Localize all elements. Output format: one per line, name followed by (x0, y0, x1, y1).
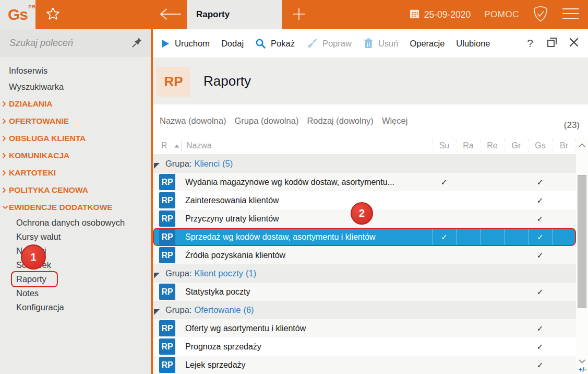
report-type-icon: RP (159, 247, 175, 263)
check-cell-gs: ✓ (528, 173, 552, 191)
logo-pro-label: PRO (29, 5, 41, 9)
column-header-br[interactable]: Br (552, 139, 576, 153)
check-cell-br (552, 229, 576, 245)
group-row-ofertowanie[interactable]: Grupa:Ofertowanie(6) (153, 301, 576, 319)
group-row-klienci[interactable]: Grupa:Klienci(5) (153, 155, 576, 173)
scroll-down-button[interactable] (579, 356, 585, 366)
sort-ascending-icon (174, 137, 179, 155)
report-row[interactable]: RP Prognoza sprzedaży ✓ (153, 337, 576, 356)
chevron-down-icon (2, 198, 8, 216)
sidebar-item-label: EWIDENCJE DODATKOWE (9, 203, 113, 212)
restore-window-button[interactable] (543, 34, 561, 52)
filter-więcej[interactable]: Więcej (382, 116, 408, 126)
security-shield-button[interactable] (533, 5, 548, 25)
toolbar-uruchom-button[interactable]: Uruchom (155, 33, 215, 54)
back-arrow-icon (158, 7, 182, 23)
trash-icon (363, 38, 374, 49)
group-name: Klienci (194, 159, 220, 169)
filter-nazwa-dowolna[interactable]: Nazwa (dowolna) (160, 116, 226, 126)
annotation-step-2: 2 (351, 202, 373, 225)
check-cell-re (480, 319, 504, 337)
column-header-ra[interactable]: Ra (456, 139, 480, 153)
check-cell-gr (504, 283, 528, 301)
tab-raporty[interactable]: Raporty (187, 0, 282, 29)
date-selector[interactable]: 25-09-2020 (409, 8, 471, 21)
search-input[interactable] (0, 29, 125, 57)
scroll-up-button[interactable] (579, 140, 585, 149)
column-header-nazwa[interactable]: Nazwa (181, 139, 212, 152)
report-row[interactable]: RP Statystyka poczty ✓ (153, 283, 576, 301)
toolbar-usuń-button[interactable]: Usuń (357, 33, 404, 54)
filter-grupa-dowolna[interactable]: Grupa (dowolna) (234, 116, 298, 126)
toolbar-dodaj-button[interactable]: Dodaj (215, 33, 249, 54)
main-menu-button[interactable] (562, 7, 580, 22)
group-row-klient-poczty[interactable]: Grupa:Klient poczty(1) (153, 264, 576, 283)
toolbar-popraw-button[interactable]: Popraw (301, 33, 357, 54)
sidebar-item-konfiguracja[interactable]: Konfiguracja (0, 300, 151, 314)
check-cell-su (432, 356, 456, 374)
sidebar-item-ewidencje-dodatkowe[interactable]: EWIDENCJE DODATKOWE (0, 198, 151, 216)
favorites-star-button[interactable] (44, 6, 62, 24)
column-header-r[interactable]: R (161, 137, 167, 155)
group-prefix: Grupa: (165, 159, 191, 169)
check-cell-gr (504, 173, 528, 191)
report-name: Przyczyny utraty klientów (185, 209, 431, 228)
column-header-gr[interactable]: Gr (504, 139, 528, 153)
scrollbar-thumb[interactable] (578, 175, 586, 308)
check-cell-br (552, 173, 576, 191)
report-row[interactable]: RP Lejek sprzedaży ✓ (153, 356, 576, 374)
sidebar-item-kursy-walut[interactable]: Kursy walut (0, 230, 151, 244)
logo-text: GsPRO (8, 7, 28, 22)
toolbar-help-button[interactable]: ? (521, 34, 539, 52)
close-module-button[interactable] (565, 34, 583, 52)
help-menu-button[interactable]: POMOC (484, 9, 519, 20)
report-row[interactable]: RP Wydania magazynowe wg kodów dostaw, a… (153, 173, 576, 191)
new-tab-button[interactable] (290, 6, 308, 24)
check-cell-ra (456, 229, 480, 245)
sidebar-item-polityka-cenowa[interactable]: POLITYKA CENOWA (0, 181, 151, 198)
column-header-gs[interactable]: Gs (528, 139, 552, 153)
sidebar-item-notes[interactable]: Notes (0, 286, 151, 300)
toolbar-operacje-button[interactable]: Operacje (404, 33, 450, 54)
check-cell-re (480, 246, 504, 264)
check-cell-re (480, 173, 504, 191)
toolbar-button-label: Popraw (322, 39, 352, 49)
check-cell-su (432, 191, 456, 209)
check-cell-ra (456, 173, 480, 191)
pin-sidebar-button[interactable] (131, 37, 143, 50)
table-header: R Nazwa SuRaReGrGsBr (153, 137, 576, 155)
report-row[interactable]: RP Oferty wg asortymentu i klientów ✓ (153, 319, 576, 337)
sidebar-item-label: KARTOTEKI (9, 168, 56, 178)
report-name: Statystyka poczty (185, 283, 431, 301)
column-header-su[interactable]: Su (432, 139, 456, 153)
toolbar-pokaż-button[interactable]: Pokaż (249, 33, 301, 54)
sidebar-item-kartoteki[interactable]: KARTOTEKI (0, 164, 151, 181)
sidebar-item-infoserwis[interactable]: Infoserwis (0, 63, 151, 79)
star-icon (45, 6, 61, 24)
check-cell-gr (504, 246, 528, 264)
sidebar-item-komunikacja[interactable]: KOMUNIKACJA (0, 147, 151, 164)
sidebar-item-ofertowanie[interactable]: OFERTOWANIE (0, 112, 151, 130)
report-type-icon: RP (159, 192, 175, 208)
back-button[interactable] (157, 8, 183, 22)
report-row[interactable]: RP Źródła pozyskania klientów ✓ (153, 246, 576, 264)
toolbar-button-label: Operacje (410, 39, 445, 49)
check-cell-ra (456, 283, 480, 301)
column-header-re[interactable]: Re (480, 139, 504, 153)
check-cell-ra (456, 209, 480, 228)
sidebar-item-ochrona-danych-osobowych[interactable]: Ochrona danych osobowych (0, 216, 151, 230)
report-type-icon: RP (159, 284, 175, 300)
sidebar-item-wyszukiwarka[interactable]: Wyszukiwarka (0, 79, 151, 95)
check-cell-br (552, 337, 576, 356)
report-row-selected[interactable]: RP Sprzedaż wg kodów dostaw, asortymentu… (153, 228, 576, 246)
filter-rodzaj-dowolny[interactable]: Rodzaj (dowolny) (307, 116, 373, 126)
zoom-toggle[interactable]: +/- (579, 366, 586, 373)
sidebar-item-obsługa-klienta[interactable]: OBSŁUGA KLIENTA (0, 130, 151, 147)
sidebar-item-działania[interactable]: DZIAŁANIA (0, 95, 151, 112)
toolbar-ulubione-button[interactable]: Ulubione (450, 33, 496, 54)
vertical-scrollbar[interactable]: +/- (576, 137, 588, 374)
check-cell-br (552, 246, 576, 264)
check-cell-gr (504, 319, 528, 337)
check-cell-br (552, 209, 576, 228)
chevron-right-icon (2, 95, 6, 112)
